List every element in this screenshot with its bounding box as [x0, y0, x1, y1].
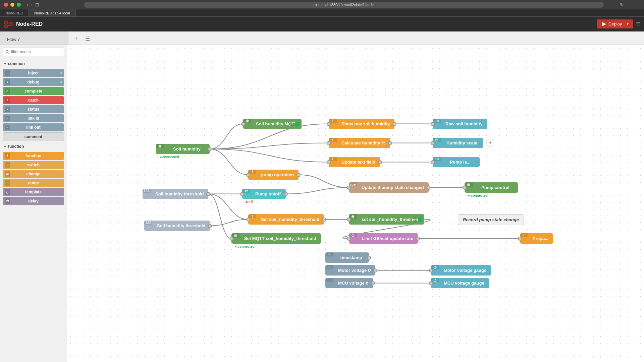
- calc-humidity-port-left[interactable]: [327, 141, 331, 145]
- reader-button[interactable]: ⊡: [35, 2, 39, 7]
- flow-node-motor-voltage[interactable]: →Motor voltage ʊ: [325, 265, 375, 276]
- soil-humidity-threshold-port-right[interactable]: [206, 192, 210, 196]
- update-text-field-port-left[interactable]: [327, 160, 331, 164]
- flow-node-update-pump-state[interactable]: rbeUpdate if pump state changed: [349, 182, 429, 193]
- search-input[interactable]: [3, 48, 64, 56]
- flow-tab-tab-experiments[interactable]: Experiments: [0, 32, 68, 34]
- update-pump-state-port-right[interactable]: [427, 186, 431, 190]
- limit-gsheet-port-right[interactable]: [416, 237, 420, 241]
- mcu-voltage-port-right[interactable]: [371, 281, 375, 285]
- sidebar-node-change[interactable]: ⇄change: [3, 170, 64, 178]
- flow-node-humidity-scale[interactable]: ◔Humidity scale: [433, 138, 483, 148]
- pump-is-port-left[interactable]: [431, 160, 435, 164]
- set-soil-threshold-port-right[interactable]: [322, 218, 326, 222]
- hamburger-menu-button[interactable]: ≡: [636, 20, 640, 28]
- flow-node-motor-voltage-gauge[interactable]: ◔Motor voltage gauge: [431, 265, 491, 276]
- flow-node-limit-gsheet[interactable]: ⏱Limit GSheet update rate: [349, 233, 418, 244]
- header-right: Deploy ▾ ≡: [597, 19, 640, 28]
- flow-node-raw-soil[interactable]: abRaw soil humidity: [433, 119, 487, 129]
- set-soil-threshold-out-port-left[interactable]: [347, 218, 351, 222]
- flow-node-mcu-voltage[interactable]: →MCU voltage ʊ: [325, 278, 373, 288]
- update-pump-state-port-left[interactable]: [347, 186, 351, 190]
- add-node-button[interactable]: +: [486, 139, 494, 147]
- flow-node-soil-humidity-mqtt[interactable]: ◉Soil humidity MQTT≡: [243, 119, 302, 129]
- raw-soil-port-left[interactable]: [431, 122, 435, 126]
- add-flow-tab-button[interactable]: +: [70, 32, 82, 45]
- prepare-port-left[interactable]: [518, 237, 522, 241]
- flow-node-set-soil-threshold-out[interactable]: ◉set soil_humidity_threshold≡: [349, 214, 424, 225]
- set-mqtt-threshold-port-left[interactable]: [229, 237, 233, 241]
- brand: Node-RED: [4, 20, 43, 28]
- flow-list-button[interactable]: ☰: [82, 33, 93, 45]
- flow-node-pump-control[interactable]: ◉Pump control● connected: [465, 182, 518, 193]
- sidebar-node-status[interactable]: ●status: [3, 105, 64, 113]
- svg-rect-1: [4, 25, 8, 27]
- forward-button[interactable]: ›: [31, 2, 33, 7]
- calc-humidity-port-right[interactable]: [388, 141, 392, 145]
- flow-node-soil-humidity[interactable]: ◉Soil humidity● connected: [156, 144, 210, 154]
- soil-humidity-port-right[interactable]: [208, 147, 212, 151]
- flow-node-prepare[interactable]: fPrepa...: [520, 233, 553, 244]
- flow-node-pump-is[interactable]: abPump is...: [433, 157, 480, 167]
- pump-operation-port-right[interactable]: [297, 173, 301, 177]
- connection-soil-humidity-pump-operation: [210, 149, 248, 175]
- update-text-field-port-right[interactable]: [378, 160, 382, 164]
- sidebar-node-link-in[interactable]: →link in: [3, 114, 64, 122]
- soil-humidity-threshold2-port-right[interactable]: [208, 224, 212, 228]
- flow-tab-tab-flow7[interactable]: Flow 7: [0, 34, 68, 45]
- minimize-button[interactable]: [10, 3, 14, 7]
- sidebar-node-link-out[interactable]: →link out: [3, 123, 64, 131]
- sidebar-section-header-function[interactable]: ▼function: [0, 142, 67, 151]
- deploy-button[interactable]: Deploy ▾: [597, 19, 633, 28]
- flow-node-set-mqtt-threshold[interactable]: ◉Set MQTT soil_humidity_threshold● conne…: [231, 233, 321, 244]
- pump-onoff-port-left[interactable]: [240, 192, 244, 196]
- show-raw-port-right[interactable]: [392, 122, 396, 126]
- flow-node-pump-onoff[interactable]: ⇌Pump on/off■ off: [242, 189, 286, 199]
- set-soil-threshold-port-left[interactable]: [246, 218, 250, 222]
- mcu-voltage-icon: →: [325, 278, 333, 282]
- flow-node-timestamp[interactable]: →timestamp: [325, 252, 369, 263]
- flow-node-update-text-field[interactable]: fUpdate text field: [329, 157, 380, 167]
- sidebar-node-inject[interactable]: →inject≡: [3, 69, 64, 77]
- sidebar-node-range[interactable]: ↔range: [3, 179, 64, 187]
- pump-onoff-port-right[interactable]: [284, 192, 288, 196]
- flow-node-show-raw[interactable]: fShow raw soil humidity: [329, 119, 394, 129]
- sidebar-node-comment[interactable]: comment: [3, 132, 64, 141]
- humidity-scale-port-left[interactable]: [431, 141, 435, 145]
- flow-node-soil-humidity-threshold2[interactable]: 123Soil humidity threshold: [144, 221, 210, 231]
- limit-gsheet-port-left[interactable]: [347, 237, 351, 241]
- motor-voltage-port-right[interactable]: [373, 268, 377, 273]
- pump-control-port-left[interactable]: [463, 186, 467, 190]
- show-raw-port-left[interactable]: [327, 122, 331, 126]
- sidebar-node-function[interactable]: ffunction: [3, 152, 64, 160]
- flow-node-pump-operation[interactable]: fpump operation: [248, 170, 299, 180]
- mcu-voltage-gauge-port-left[interactable]: [429, 281, 433, 285]
- flow-node-calc-humidity[interactable]: fCalculate humidity %: [329, 138, 390, 148]
- timestamp-port-right[interactable]: [367, 256, 371, 260]
- sidebar-section-header-common[interactable]: ▼common: [0, 59, 67, 68]
- browser-tab-1[interactable]: Node-RED: [0, 9, 29, 16]
- motor-voltage-gauge-port-left[interactable]: [429, 268, 433, 273]
- sidebar-node-switch[interactable]: ⟋switch: [3, 161, 64, 169]
- soil-humidity-status: ● connected: [159, 155, 179, 159]
- flow-node-mcu-voltage-gauge[interactable]: ◔MCU voltage gauge: [431, 278, 489, 288]
- soil-humidity-mqtt-port-left[interactable]: [241, 122, 245, 126]
- set-soil-threshold-out-badge: ≡: [413, 217, 422, 222]
- sidebar-node-delay[interactable]: ⏱delay: [3, 197, 64, 205]
- flow-node-set-soil-threshold[interactable]: fSet soil_humidity_threshold: [248, 214, 324, 225]
- pump-operation-port-left[interactable]: [246, 173, 250, 177]
- maximize-button[interactable]: [17, 3, 21, 7]
- sidebar-node-catch[interactable]: !catch: [3, 96, 64, 104]
- close-button[interactable]: [4, 3, 8, 7]
- flow-node-record-pump-change[interactable]: Record pump state change: [458, 214, 524, 225]
- browser-tab-2[interactable]: Node-RED : rpi4.local: [29, 9, 75, 16]
- flow-node-soil-humidity-threshold[interactable]: 123Soil humidity threshold: [143, 189, 208, 199]
- complete-label: complete: [24, 89, 42, 94]
- sidebar-node-complete[interactable]: ✓complete: [3, 87, 64, 95]
- sidebar-node-template[interactable]: {}template: [3, 188, 64, 196]
- address-bar[interactable]: rpi4.local:1880/#flow/c02ebde9.fac4c: [84, 2, 604, 8]
- back-button[interactable]: ‹: [27, 2, 29, 7]
- function-label: function: [25, 154, 41, 158]
- reload-button[interactable]: ↻: [620, 2, 624, 7]
- sidebar-node-debug[interactable]: ●debug≡: [3, 78, 64, 86]
